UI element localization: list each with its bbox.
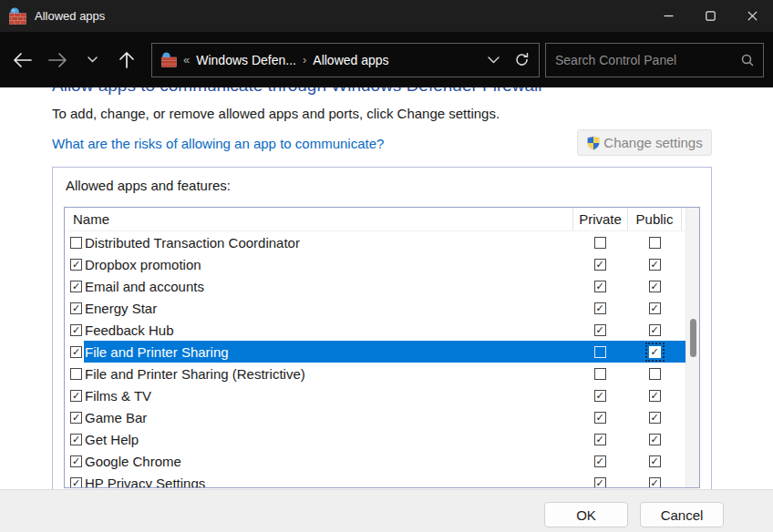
app-name: File and Printer Sharing (Restrictive) (85, 366, 305, 382)
private-checkbox[interactable]: ✓ (594, 259, 606, 271)
cancel-button[interactable]: Cancel (640, 502, 724, 527)
list-item[interactable]: ✓Get Help✓✓ (65, 428, 699, 450)
address-bar[interactable]: « Windows Defen... › Allowed apps (151, 43, 540, 77)
firewall-app-icon (9, 7, 26, 25)
row-enabled-checkbox[interactable]: ✓ (70, 324, 82, 336)
search-input[interactable] (555, 53, 741, 67)
row-enabled-checkbox[interactable]: ✓ (70, 390, 82, 402)
list-item[interactable]: Distributed Transaction Coordinator (65, 231, 699, 253)
private-checkbox[interactable]: ✓ (594, 390, 606, 402)
up-arrow-icon (119, 51, 135, 69)
row-enabled-checkbox[interactable]: ✓ (70, 412, 82, 424)
row-enabled-checkbox[interactable]: ✓ (70, 477, 82, 489)
ok-button[interactable]: OK (544, 502, 628, 527)
close-icon (747, 11, 758, 21)
private-checkbox[interactable]: ✓ (594, 324, 606, 336)
list-item[interactable]: ✓Google Chrome✓✓ (65, 450, 699, 472)
public-checkbox[interactable] (649, 237, 661, 249)
groupbox-label: Allowed apps and features: (66, 178, 231, 193)
minimize-icon (664, 11, 674, 21)
address-dropdown-chevron-icon[interactable] (488, 56, 500, 64)
allowed-apps-window: Allowed apps (0, 0, 773, 532)
private-checkbox[interactable] (594, 368, 606, 380)
public-checkbox[interactable]: ✓ (649, 281, 661, 292)
uac-shield-icon (586, 136, 601, 150)
app-name: Get Help (85, 432, 139, 447)
private-checkbox[interactable]: ✓ (594, 477, 606, 489)
private-checkbox[interactable]: ✓ (594, 281, 606, 292)
list-header: Name Private Public (65, 208, 699, 231)
row-enabled-checkbox[interactable]: ✓ (70, 259, 82, 271)
private-checkbox[interactable]: ✓ (594, 302, 606, 314)
forward-button[interactable] (40, 43, 75, 77)
breadcrumb-collapse-chevron[interactable]: « (183, 53, 190, 66)
change-settings-label: Change settings (603, 135, 702, 150)
row-enabled-checkbox[interactable]: ✓ (70, 281, 82, 292)
list-item[interactable]: ✓HP Privacy Settings✓✓ (65, 472, 699, 488)
page-description: To add, change, or remove allowed apps a… (52, 106, 500, 121)
scrollbar-thumb[interactable] (690, 319, 696, 357)
public-checkbox[interactable]: ✓ (649, 346, 661, 358)
firewall-breadcrumb-icon (161, 52, 177, 67)
risks-link[interactable]: What are the risks of allowing an app to… (52, 136, 384, 151)
titlebar: Allowed apps (0, 0, 773, 32)
app-name: Dropbox promotion (85, 257, 201, 272)
public-checkbox[interactable]: ✓ (649, 412, 661, 424)
list-item[interactable]: ✓Feedback Hub✓✓ (65, 319, 699, 341)
app-name: File and Printer Sharing (85, 344, 229, 360)
public-checkbox[interactable]: ✓ (649, 390, 661, 402)
list-item[interactable]: ✓Email and accounts✓✓ (65, 275, 699, 297)
public-checkbox[interactable]: ✓ (649, 324, 661, 336)
recent-pages-dropdown[interactable] (75, 43, 109, 77)
public-checkbox[interactable]: ✓ (649, 259, 661, 271)
allowed-apps-groupbox: Allowed apps and features: Name Private … (52, 167, 712, 489)
breadcrumb-item-allowed-apps[interactable]: Allowed apps (313, 53, 388, 67)
private-checkbox[interactable] (594, 346, 606, 358)
list-item[interactable]: ✓Films & TV✓✓ (65, 384, 699, 406)
public-checkbox[interactable]: ✓ (649, 434, 661, 445)
row-enabled-checkbox[interactable]: ✓ (70, 455, 82, 467)
maximize-button[interactable] (689, 0, 731, 32)
column-header-name: Name (65, 208, 572, 230)
maximize-icon (706, 11, 716, 21)
list-item[interactable]: ✓Energy Star✓✓ (65, 297, 699, 319)
app-name: Game Bar (85, 410, 147, 425)
private-checkbox[interactable]: ✓ (594, 434, 606, 445)
row-enabled-checkbox[interactable]: ✓ (70, 346, 82, 358)
back-arrow-icon (13, 52, 33, 68)
list-item[interactable]: ✓Game Bar✓✓ (65, 406, 699, 428)
public-checkbox[interactable]: ✓ (649, 477, 661, 489)
minimize-button[interactable] (647, 0, 689, 32)
dialog-footer: OK Cancel (0, 489, 773, 532)
allowed-apps-list: Name Private Public Distributed Transact… (64, 207, 700, 488)
row-enabled-checkbox[interactable] (70, 237, 82, 249)
app-name: Feedback Hub (85, 322, 174, 338)
chevron-down-icon (88, 56, 98, 63)
change-settings-button[interactable]: Change settings (577, 129, 712, 156)
app-list-rows: Distributed Transaction Coordinator✓Drop… (65, 231, 699, 488)
row-enabled-checkbox[interactable]: ✓ (70, 302, 82, 314)
list-scrollbar[interactable] (685, 208, 699, 487)
public-checkbox[interactable] (649, 368, 661, 380)
breadcrumb-item-windows-defender[interactable]: Windows Defen... (196, 53, 296, 67)
private-checkbox[interactable] (594, 237, 606, 249)
back-button[interactable] (5, 43, 40, 77)
list-item[interactable]: File and Printer Sharing (Restrictive) (65, 363, 699, 384)
row-enabled-checkbox[interactable]: ✓ (70, 434, 82, 445)
search-icon[interactable] (741, 54, 754, 66)
private-checkbox[interactable]: ✓ (594, 412, 606, 424)
public-checkbox[interactable]: ✓ (649, 302, 661, 314)
app-name: Google Chrome (85, 454, 181, 469)
list-item[interactable]: ✓Dropbox promotion✓✓ (65, 253, 699, 275)
public-checkbox[interactable]: ✓ (649, 455, 661, 467)
up-button[interactable] (109, 43, 144, 77)
close-button[interactable] (731, 0, 773, 32)
app-name: Distributed Transaction Coordinator (85, 235, 300, 251)
row-enabled-checkbox[interactable] (70, 368, 82, 380)
app-name: Energy Star (85, 301, 157, 316)
search-box[interactable] (545, 43, 764, 77)
app-name: Films & TV (85, 388, 151, 404)
private-checkbox[interactable]: ✓ (594, 455, 606, 467)
list-item[interactable]: ✓File and Printer Sharing✓ (65, 341, 699, 363)
refresh-icon[interactable] (514, 52, 530, 67)
